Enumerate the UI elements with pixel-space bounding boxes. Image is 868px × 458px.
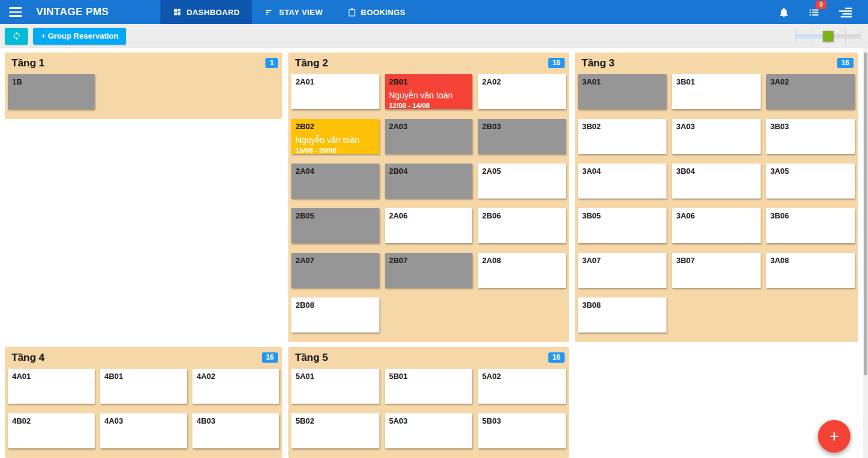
room-card-3A07[interactable]: 3A07 xyxy=(578,253,667,288)
room-card-2B02[interactable]: 2B02Nguyễn văn toàn15/08 - 20/08 xyxy=(291,119,379,154)
room-card-2B03[interactable]: 2B03 xyxy=(478,119,566,154)
tab-label: STAY VIEW xyxy=(279,8,323,17)
room-card-3A05[interactable]: 3A05 xyxy=(766,164,855,199)
room-card-2B04[interactable]: 2B04 xyxy=(385,164,473,199)
room-card-2A01[interactable]: 2A01 xyxy=(291,74,379,109)
room-card-2A05[interactable]: 2A05 xyxy=(478,164,566,199)
room-card-4B03[interactable]: 4B03 xyxy=(192,413,279,448)
room-label: 2A06 xyxy=(389,211,469,221)
room-card-3A08[interactable]: 3A08 xyxy=(766,253,855,288)
room-card-2A02[interactable]: 2A02 xyxy=(478,74,566,109)
room-card-3A04[interactable]: 3A04 xyxy=(578,164,667,199)
room-label: 3A07 xyxy=(582,256,662,266)
room-label: 4A01 xyxy=(12,372,90,381)
notification-count-badge: 0 xyxy=(816,1,826,9)
room-label: 5B02 xyxy=(296,416,375,426)
room-label: 4B01 xyxy=(104,372,183,381)
room-card-4A02[interactable]: 4A02 xyxy=(192,369,279,404)
room-card-2B06[interactable]: 2B06 xyxy=(478,208,566,243)
room-card-3B02[interactable]: 3B02 xyxy=(578,119,667,154)
room-card-5B01[interactable]: 5B01 xyxy=(385,369,473,404)
room-card-4A03[interactable]: 4A03 xyxy=(100,413,187,448)
toolbar: + Group Reservation xyxy=(0,24,868,48)
room-card-3B07[interactable]: 3B07 xyxy=(672,253,761,288)
room-label: 3A03 xyxy=(676,122,756,132)
room-label: 5A03 xyxy=(389,416,469,426)
room-label: 3B05 xyxy=(582,211,662,221)
room-label: 2B08 xyxy=(296,301,375,310)
room-card-3A03[interactable]: 3A03 xyxy=(672,119,761,154)
room-card-4A01[interactable]: 4A01 xyxy=(8,369,95,404)
room-card-2A07[interactable]: 2A07 xyxy=(291,253,379,288)
room-label: 4A03 xyxy=(104,416,183,426)
floor-count-badge: 16 xyxy=(262,352,278,363)
room-card-3B03[interactable]: 3B03 xyxy=(766,119,855,154)
zoom-slider-handle[interactable] xyxy=(823,31,834,42)
room-card-2A06[interactable]: 2A06 xyxy=(385,208,473,243)
floor-title: Tầng 2 xyxy=(295,57,328,69)
room-card-3A06[interactable]: 3A06 xyxy=(672,208,761,243)
room-card-2B07[interactable]: 2B07 xyxy=(385,253,473,288)
room-card-5B03[interactable]: 5B03 xyxy=(478,413,566,448)
room-card-2A04[interactable]: 2A04 xyxy=(291,164,379,199)
top-navbar: VINTAGE PMS DASHBOARDSTAY VIEWBOOKINGS 0 xyxy=(0,0,868,24)
floor-count-badge: 16 xyxy=(548,58,565,68)
room-label: 2A03 xyxy=(389,122,469,132)
room-grid: 1B xyxy=(8,74,279,109)
room-card-3B01[interactable]: 3B01 xyxy=(672,74,761,109)
room-label: 2B05 xyxy=(296,211,375,221)
room-card-3B08[interactable]: 3B08 xyxy=(578,297,667,332)
room-card-3A02[interactable]: 3A02 xyxy=(766,74,855,109)
room-card-2A03[interactable]: 2A03 xyxy=(385,119,473,154)
room-label: 3B02 xyxy=(582,122,662,132)
room-card-3B04[interactable]: 3B04 xyxy=(672,164,761,199)
floor-panel-5: Tầng 5165A015B015A025B025A035B03 xyxy=(288,347,569,458)
floor-title: Tầng 1 xyxy=(11,57,45,69)
floor-header: Tầng 416 xyxy=(8,347,279,369)
floor-count-badge: 16 xyxy=(837,58,854,68)
menu-icon[interactable] xyxy=(0,0,22,24)
reservations-list-icon[interactable]: 0 xyxy=(808,6,820,18)
add-reservation-fab[interactable]: + xyxy=(818,420,851,453)
room-label: 3B07 xyxy=(676,256,756,266)
room-card-5A01[interactable]: 5A01 xyxy=(291,369,379,404)
floor-panel-2: Tầng 2162A012B01Nguyễn văn toàn12/08 - 1… xyxy=(288,52,569,342)
floor-title: Tầng 5 xyxy=(295,352,328,363)
room-card-3B06[interactable]: 3B06 xyxy=(766,208,855,243)
room-card-4B01[interactable]: 4B01 xyxy=(100,369,187,404)
room-card-1B[interactable]: 1B xyxy=(8,74,95,109)
room-label: 5A01 xyxy=(296,372,375,381)
room-label: 5A02 xyxy=(482,372,562,381)
sync-icon xyxy=(12,31,21,40)
refresh-button[interactable] xyxy=(5,28,28,45)
room-label: 2A07 xyxy=(296,256,375,266)
vertical-scrollbar[interactable] xyxy=(863,48,868,458)
room-label: 5B03 xyxy=(482,416,562,426)
floor-header: Tầng 11 xyxy=(8,52,279,74)
room-card-3A01[interactable]: 3A01 xyxy=(578,74,667,109)
filter-icon[interactable] xyxy=(838,5,852,19)
room-label: 3B04 xyxy=(676,167,756,176)
zoom-slider[interactable] xyxy=(795,27,861,45)
room-card-5B02[interactable]: 5B02 xyxy=(291,413,379,448)
tab-dashboard[interactable]: DASHBOARD xyxy=(160,0,252,24)
room-stay-dates: 12/08 - 14/08 xyxy=(389,102,469,109)
room-grid: 2A012B01Nguyễn văn toàn12/08 - 14/082A02… xyxy=(291,74,566,332)
room-label: 2B02 xyxy=(296,122,375,132)
room-card-5A02[interactable]: 5A02 xyxy=(478,369,566,404)
room-card-2A08[interactable]: 2A08 xyxy=(478,253,566,288)
room-card-4B02[interactable]: 4B02 xyxy=(8,413,95,448)
room-card-5A03[interactable]: 5A03 xyxy=(385,413,473,448)
tab-label: DASHBOARD xyxy=(186,8,239,17)
group-reservation-button[interactable]: + Group Reservation xyxy=(33,28,126,45)
room-card-2B05[interactable]: 2B05 xyxy=(291,208,379,243)
notifications-bell-icon[interactable] xyxy=(778,7,790,18)
floor-header: Tầng 516 xyxy=(291,347,566,369)
tab-stay-view[interactable]: STAY VIEW xyxy=(252,0,335,24)
scrollbar-thumb[interactable] xyxy=(864,52,867,375)
room-card-3B05[interactable]: 3B05 xyxy=(578,208,667,243)
tab-bookings[interactable]: BOOKINGS xyxy=(335,0,418,24)
room-card-2B08[interactable]: 2B08 xyxy=(291,297,379,332)
room-card-2B01[interactable]: 2B01Nguyễn văn toàn12/08 - 14/08 xyxy=(385,74,473,109)
room-label: 2A01 xyxy=(296,77,375,87)
